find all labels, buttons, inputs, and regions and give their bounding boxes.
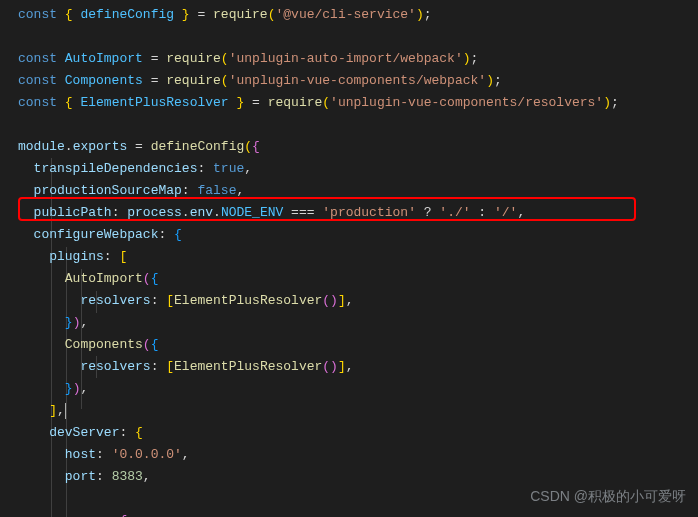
code-line[interactable]: const { defineConfig } = require('@vue/c… xyxy=(18,4,698,26)
code-line[interactable]: }), xyxy=(18,312,698,334)
code-line[interactable]: port: 8383, xyxy=(18,466,698,488)
code-line[interactable]: const AutoImport = require('unplugin-aut… xyxy=(18,48,698,70)
code-line[interactable]: const Components = require('unplugin-vue… xyxy=(18,70,698,92)
code-line[interactable] xyxy=(18,114,698,136)
code-line[interactable]: AutoImport({ xyxy=(18,268,698,290)
code-editor[interactable]: const { defineConfig } = require('@vue/c… xyxy=(18,4,698,517)
code-line[interactable]: ], xyxy=(18,400,698,422)
code-line[interactable]: Components({ xyxy=(18,334,698,356)
code-line[interactable]: productionSourceMap: false, xyxy=(18,180,698,202)
code-line[interactable] xyxy=(18,488,698,510)
code-line[interactable] xyxy=(18,26,698,48)
code-line[interactable]: resolvers: [ElementPlusResolver()], xyxy=(18,290,698,312)
code-line[interactable]: module.exports = defineConfig({ xyxy=(18,136,698,158)
code-line[interactable]: resolvers: [ElementPlusResolver()], xyxy=(18,356,698,378)
code-line[interactable]: host: '0.0.0.0', xyxy=(18,444,698,466)
code-line[interactable]: proxy: { xyxy=(18,510,698,517)
code-line[interactable]: const { ElementPlusResolver } = require(… xyxy=(18,92,698,114)
code-line[interactable]: devServer: { xyxy=(18,422,698,444)
cursor xyxy=(65,403,66,419)
code-line[interactable]: }), xyxy=(18,378,698,400)
code-line[interactable]: configureWebpack: { xyxy=(18,224,698,246)
code-line[interactable]: transpileDependencies: true, xyxy=(18,158,698,180)
code-line[interactable]: publicPath: process.env.NODE_ENV === 'pr… xyxy=(18,202,698,224)
code-line[interactable]: plugins: [ xyxy=(18,246,698,268)
